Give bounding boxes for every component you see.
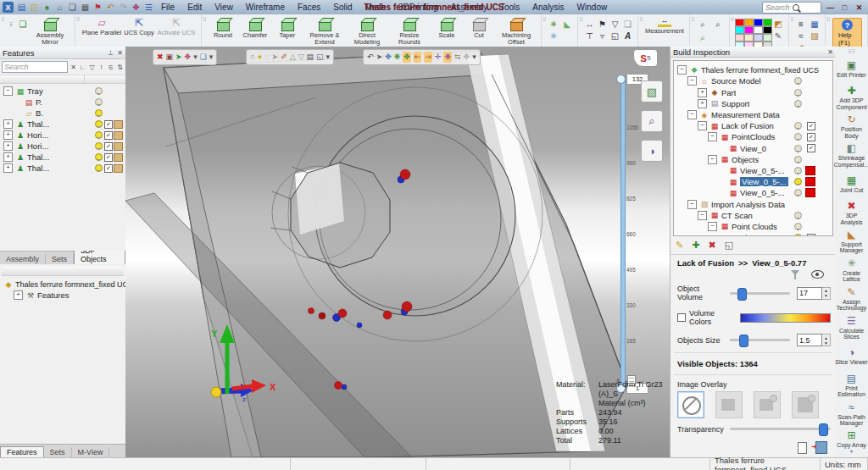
visibility-bulb-icon[interactable] <box>794 178 802 185</box>
view-corner-button[interactable]: S5 <box>633 49 658 67</box>
swatch-white[interactable] <box>754 26 763 34</box>
checkbox-icon[interactable]: ✓ <box>104 153 113 162</box>
visibility-eye-icon[interactable] <box>811 270 824 279</box>
visibility-bulb-icon[interactable] <box>95 142 103 150</box>
texture-icon[interactable]: ▨ <box>810 31 818 41</box>
calculate-slices-button[interactable]: ☰ Calculate Slices <box>835 313 868 342</box>
filter-pick-icon[interactable]: ✥ <box>185 52 192 63</box>
visibility-bulb-icon[interactable] <box>794 77 802 85</box>
tree-row-component[interactable]: + ♟ Thal... ✓ <box>0 152 125 163</box>
checkbox-icon[interactable]: ✓ <box>104 131 113 140</box>
tree-row-view-object[interactable]: ▦ View_0_5-... <box>674 187 832 198</box>
filter-alert-icon[interactable]: ! <box>97 64 105 71</box>
visibility-bulb-icon[interactable] <box>794 189 802 196</box>
swatch-pale-orange[interactable] <box>744 34 754 41</box>
views-icon[interactable]: ▦ <box>80 2 91 13</box>
gradient-icon[interactable]: ◩ <box>774 19 782 29</box>
swatch-red[interactable] <box>735 19 744 26</box>
constrain-icon[interactable]: ❋ <box>443 52 452 63</box>
zoom-fit-icon[interactable]: ⌕ <box>700 33 705 43</box>
3dp-analysis-button[interactable]: ✖ 3DP Analysis <box>835 199 868 228</box>
orient-icon[interactable]: ⇥ <box>424 52 432 63</box>
menu-mesh[interactable]: Mesh <box>364 3 385 12</box>
direct-modeling-button[interactable]: Direct Modeling <box>346 16 388 46</box>
tab-m-view[interactable]: M-View <box>72 447 110 457</box>
edit-printer-button[interactable]: ▣ Edit Printer <box>835 55 868 84</box>
clip-sphere-icon[interactable]: ◑ <box>641 140 663 162</box>
redo-icon[interactable]: ↷ <box>118 2 129 13</box>
menu-file[interactable]: File <box>161 3 175 12</box>
panel-close-icon[interactable]: ✕ <box>117 49 123 57</box>
tree-row-component[interactable]: + ♟ Thal... ✓ <box>0 163 125 174</box>
distance-icon[interactable]: ↔ <box>586 19 594 29</box>
app-logo-icon[interactable]: X <box>3 2 14 13</box>
measurement-button[interactable]: ↔ Measurement <box>643 16 686 35</box>
expander-icon[interactable]: − <box>708 132 717 141</box>
edit-measurement-icon[interactable]: ✎ <box>676 240 683 251</box>
pin-icon[interactable]: ⊥ <box>108 49 114 57</box>
overlay-slice-button[interactable] <box>715 391 743 418</box>
body-box-icon[interactable] <box>114 164 123 173</box>
body-box-icon[interactable] <box>114 142 123 151</box>
ghost-icon[interactable]: ✥ <box>464 52 470 63</box>
expander-icon[interactable]: + <box>14 290 23 300</box>
swatch-orange[interactable] <box>744 19 754 26</box>
ucs-icon[interactable]: ✥ <box>131 2 142 13</box>
expander-icon[interactable]: + <box>3 163 13 173</box>
visibility-bulb-icon[interactable] <box>95 98 103 106</box>
print-estimation-button[interactable]: ▤ Print Estimation <box>835 371 868 400</box>
menu-assembly[interactable]: Assembly <box>451 3 487 12</box>
surface-icon[interactable]: ◣ <box>564 19 570 29</box>
joint-cut-button[interactable]: ▦ Joint Cut <box>835 170 868 199</box>
position-body-button[interactable]: ↻ Position Body <box>835 113 868 141</box>
bulb-off-icon[interactable]: ○ <box>250 52 254 63</box>
object-volume-stepper[interactable]: ▲▼ <box>822 287 831 300</box>
undo-view-icon[interactable]: ↶ <box>367 52 374 63</box>
object-volume-slider[interactable] <box>730 288 790 299</box>
color-palette[interactable] <box>735 19 771 47</box>
menu-edit[interactable]: Edit <box>187 3 202 12</box>
clear-search-icon[interactable]: ✕ <box>70 64 77 71</box>
tree-row-view-object[interactable]: ▦ View_0_5-... <box>674 165 832 176</box>
body-box-icon[interactable] <box>114 120 123 129</box>
remove-extend-button[interactable]: Remove & Extend <box>303 16 346 46</box>
save-icon[interactable]: ▤ <box>16 2 27 13</box>
slider-top-handle[interactable] <box>616 75 626 84</box>
add-measurement-icon[interactable]: ✚ <box>692 240 699 251</box>
panel-close-icon[interactable]: ✕ <box>827 48 833 56</box>
delete-measurement-icon[interactable]: ✖ <box>708 240 715 251</box>
dash-style-icon[interactable]: ≈ <box>798 31 804 41</box>
undo-icon[interactable]: ↶ <box>105 2 116 13</box>
preview-doc-icon[interactable] <box>798 442 807 454</box>
swatch-blue[interactable] <box>754 19 763 26</box>
copy-array-button[interactable]: ⊞ Copy Array ▾ <box>835 429 868 457</box>
visibility-bulb-icon[interactable] <box>95 120 103 128</box>
checkbox-icon[interactable]: ✓ <box>807 133 815 141</box>
inspect-zoom-icon[interactable]: ⌕ <box>641 110 663 132</box>
menu-tools[interactable]: Tools <box>500 3 520 12</box>
align-icon[interactable]: ✥ <box>403 52 411 63</box>
tree-row-printer[interactable]: ▤ P. <box>0 97 125 108</box>
eyedropper-icon[interactable]: ✎ <box>775 31 782 41</box>
hatch-icon[interactable]: ▦ <box>810 19 818 29</box>
visibility-bulb-icon[interactable] <box>95 153 103 161</box>
home-icon[interactable]: ⌂ <box>54 2 65 13</box>
menu-view[interactable]: View <box>214 3 233 12</box>
expander-icon[interactable]: − <box>708 222 717 231</box>
dropdown-icon[interactable]: ▾ <box>326 52 331 63</box>
tree-row-objects[interactable]: − ▦ Objects <box>674 154 832 165</box>
tree-row-point-clouds[interactable]: − ▦ Point Clouds <box>674 221 832 232</box>
filter-s-icon[interactable]: S <box>107 64 114 71</box>
overlay-full-button[interactable] <box>792 391 819 418</box>
expander-icon[interactable]: − <box>687 110 697 119</box>
tree-row-build-plate[interactable]: ▱ B. <box>0 108 125 119</box>
tree-row-component[interactable]: + ♟ Thal... ✓ <box>0 119 125 130</box>
mate-icon[interactable]: ⇤ <box>414 52 422 63</box>
tree-row-tray[interactable]: − ▦ Tray <box>0 86 125 97</box>
scatter2-icon[interactable]: ✳ <box>550 31 557 41</box>
scan-path-manager-button[interactable]: ≈ Scan-Path Manager <box>835 400 868 429</box>
capture-icon[interactable]: ◱ <box>611 31 619 41</box>
snap-icon[interactable]: ❋ <box>394 52 401 63</box>
tab-assembly[interactable]: Assembly <box>0 254 46 264</box>
expander-icon[interactable]: − <box>677 65 687 75</box>
